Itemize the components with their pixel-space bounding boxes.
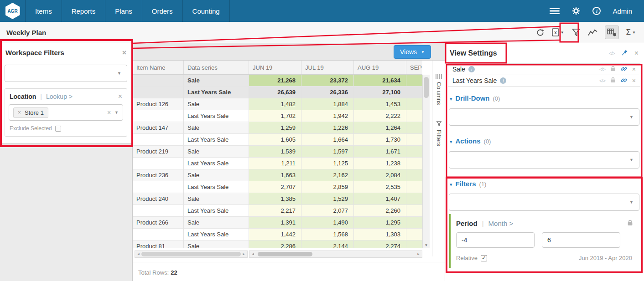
table-row[interactable]: Product 147Sale1,2591,2261,264 — [133, 122, 422, 134]
month-lookup-link[interactable]: Month > — [488, 220, 514, 227]
value-cell-jun19: 2,217 — [249, 205, 301, 217]
grip-icon — [436, 74, 442, 79]
value-cell-aug19: 2,260 — [354, 205, 406, 217]
chevron-down-icon: ▾ — [450, 182, 452, 188]
drilldown-select[interactable]: ▼ — [449, 108, 639, 126]
views-button[interactable]: Views ▼ — [394, 45, 431, 59]
table-row[interactable]: Product 236Sale1,6632,1622,084 — [133, 169, 422, 181]
caret-down-icon: ▼ — [114, 110, 119, 115]
link-icon[interactable] — [621, 77, 627, 85]
table-row[interactable]: Product 266Sale1,3911,4901,295 — [133, 217, 422, 229]
chip-remove-icon[interactable]: × — [18, 109, 21, 116]
scroll-left-icon[interactable]: ◄ — [137, 252, 140, 255]
item-name-cell — [133, 110, 184, 122]
exclude-selected-checkbox[interactable] — [55, 126, 61, 132]
scrollbar-thumb[interactable] — [258, 252, 312, 256]
table-row[interactable]: Product 81Sale2,2862,1442,274 — [133, 240, 422, 248]
filter-icon[interactable] — [571, 26, 581, 39]
agr-logo[interactable]: AGR — [0, 0, 26, 22]
nav-item-reports[interactable]: Reports — [62, 0, 106, 22]
table-row[interactable]: Last Years Sale26,63926,33627,100 — [133, 87, 422, 98]
clear-icon[interactable]: × — [107, 109, 111, 116]
columns-tab[interactable]: Columns — [436, 74, 442, 105]
agr-logo-hexagon: AGR — [5, 3, 20, 19]
lock-icon[interactable] — [627, 220, 633, 227]
scroll-down-icon[interactable]: ▼ — [423, 243, 430, 247]
period-from-input[interactable] — [456, 232, 535, 248]
store-chip[interactable]: × Store 1 — [13, 107, 48, 118]
link-icon[interactable] — [621, 66, 627, 73]
scrollbar-thumb[interactable] — [424, 77, 429, 98]
agr-logo-text: AGR — [7, 9, 17, 14]
column-header-item-name[interactable]: Item Name — [133, 61, 184, 74]
actions-select[interactable]: ▼ — [449, 151, 639, 169]
filters-section-header[interactable]: ▾ Filters (1) — [450, 180, 639, 188]
horizontal-scrollbar-data[interactable]: ◄ ► — [249, 250, 422, 258]
close-icon[interactable]: × — [122, 49, 126, 56]
close-icon[interactable]: × — [634, 50, 639, 57]
horizontal-scrollbar-locked[interactable]: ◄ ► — [135, 250, 248, 258]
column-header-sep19[interactable]: SEP 19 — [406, 61, 422, 74]
top-nav: AGR Items Reports Plans Orders Counting — [0, 0, 644, 22]
filters-select[interactable]: ▼ — [449, 194, 639, 211]
table-row[interactable]: Last Years Sale1,4421,5681,303 — [133, 229, 422, 240]
lock-icon[interactable] — [610, 66, 616, 73]
filters-tab[interactable]: Filters — [436, 121, 442, 146]
code-icon[interactable]: </> — [609, 51, 615, 56]
column-header-jul19[interactable]: JUL 19 — [301, 61, 354, 74]
series-row-last-years-sale[interactable]: Last Years Sale i </> × — [448, 75, 640, 87]
lock-icon[interactable] — [610, 77, 616, 84]
gear-icon[interactable] — [571, 6, 581, 15]
value-cell-jun19: 26,639 — [249, 87, 301, 98]
table-row[interactable]: Product 240Sale1,3851,5291,407 — [133, 193, 422, 205]
table-row[interactable]: Last Years Sale2,7072,8592,535 — [133, 181, 422, 193]
refresh-icon[interactable] — [536, 26, 545, 39]
code-icon[interactable]: </> — [599, 78, 605, 83]
toolbar: Weekly Plan x ▼ — [0, 22, 644, 43]
caret-down-icon: ▼ — [632, 31, 636, 35]
value-cell-jun19: 21,268 — [249, 75, 301, 87]
table-row[interactable]: Last Years Sale1,2111,1251,238 — [133, 158, 422, 169]
column-header-data-series[interactable]: Data series — [184, 61, 249, 74]
table-settings-icon[interactable] — [605, 26, 619, 39]
drilldown-section-header[interactable]: ▾ Drill-Down (0) — [450, 94, 639, 102]
period-to-input[interactable] — [542, 232, 620, 248]
info-icon[interactable]: i — [592, 7, 601, 15]
vertical-scrollbar[interactable]: ▼ — [422, 75, 430, 248]
location-value-select[interactable]: × Store 1 × ▼ — [9, 104, 123, 121]
sum-icon[interactable]: Σ ▼ — [626, 26, 636, 39]
relative-label: Relative — [456, 255, 478, 261]
data-series-cell: Last Years Sale — [184, 158, 249, 169]
menu-list-icon[interactable] — [550, 7, 560, 15]
series-row-sale[interactable]: Sale i </> × — [448, 63, 640, 75]
scroll-right-icon[interactable]: ► — [417, 252, 420, 255]
chart-icon[interactable] — [588, 26, 597, 39]
value-cell-jul19: 23,372 — [301, 75, 354, 87]
remove-filter-icon[interactable]: × — [118, 93, 122, 100]
table-row[interactable]: Last Years Sale1,7021,9422,222 — [133, 110, 422, 122]
workspace-filter-select[interactable]: ▼ — [5, 65, 127, 82]
table-row[interactable]: Last Years Sale2,2172,0772,260 — [133, 205, 422, 217]
relative-checkbox[interactable]: ✓ — [481, 255, 487, 261]
excel-export-icon[interactable]: x ▼ — [552, 26, 564, 39]
code-icon[interactable]: </> — [599, 66, 605, 72]
nav-item-orders[interactable]: Orders — [142, 0, 183, 22]
column-header-aug19[interactable]: AUG 19 — [354, 61, 406, 74]
column-header-jun19[interactable]: JUN 19 — [249, 61, 301, 74]
table-row[interactable]: Product 219Sale1,5391,5971,671 — [133, 146, 422, 158]
table-row[interactable]: Last Years Sale1,6051,6641,730 — [133, 134, 422, 146]
table-row[interactable]: Product 126Sale1,4821,8841,453 — [133, 98, 422, 110]
remove-series-icon[interactable]: × — [632, 66, 636, 72]
pin-icon[interactable] — [621, 49, 628, 57]
remove-series-icon[interactable]: × — [632, 77, 636, 84]
actions-section-header[interactable]: ▾ Actions (0) — [450, 137, 639, 145]
admin-menu[interactable]: Admin — [613, 7, 632, 15]
scroll-left-icon[interactable]: ◄ — [251, 252, 254, 255]
lookup-link[interactable]: Lookup > — [46, 93, 73, 100]
nav-item-counting[interactable]: Counting — [183, 0, 230, 22]
scrollbar-thumb[interactable] — [141, 252, 241, 256]
scroll-right-icon[interactable]: ► — [242, 252, 245, 255]
table-row[interactable]: Sale21,26823,37221,634 — [133, 75, 422, 87]
nav-item-plans[interactable]: Plans — [105, 0, 142, 22]
nav-item-items[interactable]: Items — [26, 0, 62, 22]
